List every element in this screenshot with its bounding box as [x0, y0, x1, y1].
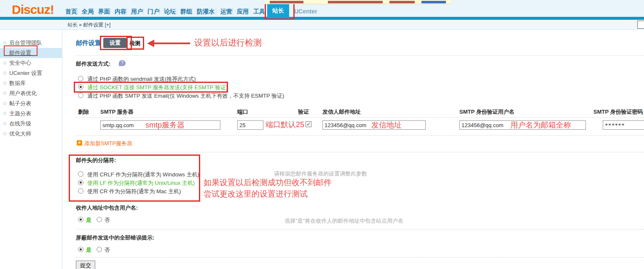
divider: [76, 257, 644, 258]
radio-include-username-no-label[interactable]: 否: [105, 216, 110, 224]
main-content: 邮件设置 设置 检测 设置以后进行检测 邮件发送方式: ? 通过 PHP 函数的…: [63, 30, 644, 269]
discuz-admin-window: Discuz! Control Panel 首页 全局 界面 内容 用户 门户 …: [0, 0, 644, 269]
nav-item-tools[interactable]: 工具: [253, 6, 265, 17]
col-header-password: SMTP 身份验证密码: [593, 108, 643, 116]
col-header-username: SMTP 身份验证用户名: [459, 108, 515, 116]
annotation-username-note: 用户名为邮箱全称: [510, 120, 571, 130]
clipped-browser-notice: [265, 0, 451, 4]
bullet-icon: [3, 122, 6, 125]
radio-include-username-no[interactable]: [97, 217, 102, 222]
bullet-icon: [3, 82, 6, 85]
smtp-port-input[interactable]: [237, 120, 263, 130]
nav-item-users[interactable]: 用户: [131, 6, 143, 17]
page-title: 邮件设置: [76, 39, 101, 47]
sidebar-item-ucenter-settings[interactable]: UCenter 设置: [0, 68, 62, 78]
nav-item-antispam[interactable]: 防灌水: [197, 6, 215, 17]
annotation-box-mail-settings: [4, 45, 38, 56]
nav-item-content[interactable]: 内容: [115, 6, 126, 17]
radio-suppress-errors-no[interactable]: [97, 247, 102, 252]
col-header-auth: 验证: [298, 108, 309, 116]
nav-item-portal[interactable]: 门户: [148, 6, 159, 17]
bullet-icon: [3, 92, 6, 95]
notice-fragment: [270, 1, 303, 3]
col-header-from: 发信人邮件地址: [322, 108, 361, 116]
annotation-delimiter-note-1: 如果设置以后检测成功但收不到邮件: [204, 177, 332, 188]
nav-item-forum[interactable]: 论坛: [164, 6, 176, 17]
divider: [76, 229, 644, 229]
discuz-logo: Discuz!: [12, 3, 54, 17]
add-icon[interactable]: +: [77, 140, 82, 146]
annotation-port-note: 端口默认25: [266, 120, 304, 130]
radio-php-smtp-label[interactable]: 通过 PHP 函数 SMTP 发送 Email(仅 Windows 主机下有效，…: [87, 92, 284, 100]
nav-item-operation[interactable]: 运营: [220, 6, 232, 17]
radio-sendmail[interactable]: [78, 76, 83, 81]
annotation-box-delimiter: [69, 154, 200, 202]
mini-input[interactable]: [637, 21, 644, 29]
notice-link-fragment[interactable]: [421, 1, 446, 3]
sidebar-item-user-table-optimize[interactable]: 用户表优化: [0, 88, 62, 99]
delimiter-hint: 请根据您邮件服务器的设置调整此参数: [274, 170, 367, 178]
nav-item-interface[interactable]: 界面: [98, 6, 110, 17]
bullet-icon: [3, 72, 6, 75]
bullet-icon: [3, 132, 6, 135]
suppress-errors-label: 屏蔽邮件发送中的全部错误提示:: [76, 234, 154, 242]
notice-fragment: [389, 1, 415, 3]
divider: [76, 152, 644, 152]
annotation-delimiter-note-2: 尝试更改这里的设置进行测试: [204, 189, 308, 200]
annotation-box-test-tab: [126, 37, 144, 50]
radio-suppress-errors-no-label[interactable]: 否: [105, 246, 110, 254]
sidebar-item-optimize-master[interactable]: 优化大师: [0, 129, 62, 139]
radio-include-username-yes-label[interactable]: 是: [86, 216, 91, 224]
nav-item-apps[interactable]: 应用: [237, 6, 249, 17]
radio-suppress-errors-yes[interactable]: [78, 247, 83, 252]
header-accent-bar: [0, 17, 644, 20]
annotation-from-note: 发信地址: [371, 120, 402, 130]
bullet-icon: [3, 41, 6, 44]
sidebar-item-online-upgrade[interactable]: 在线升级: [0, 119, 62, 129]
col-header-port: 端口: [237, 108, 248, 116]
nav-item-groups[interactable]: 群组: [180, 6, 192, 17]
sidebar-item-security-center[interactable]: 安全中心: [0, 58, 62, 68]
col-header-server: SMTP 服务器: [100, 108, 134, 116]
smtp-auth-checkbox[interactable]: [306, 121, 311, 127]
radio-php-smtp[interactable]: [78, 93, 83, 98]
sidebar: 后台管理团队 邮件设置 安全中心 UCenter 设置 数据库 用户表优化 帖子…: [0, 30, 62, 269]
annotation-tab-note: 设置以后进行检测: [194, 37, 262, 48]
nav-item-global[interactable]: 全局: [82, 6, 94, 17]
sidebar-item-thread-split[interactable]: 主题分表: [0, 109, 62, 119]
annotation-server-note: smtp服务器: [145, 120, 185, 130]
add-smtp-server-link[interactable]: 添加新SMTP服务器: [84, 140, 132, 147]
table-header-divider: [76, 117, 644, 118]
annotation-arrow-shaft: [154, 43, 190, 44]
help-icon[interactable]: ?: [119, 60, 126, 66]
breadcrumb: 站长 » 邮件设置 [+]: [67, 21, 110, 29]
annotation-arrow-icon: [147, 40, 154, 47]
smtp-password-input[interactable]: [603, 120, 644, 130]
bullet-icon: [3, 61, 6, 64]
send-method-label: 邮件发送方式:: [76, 60, 110, 68]
header: Discuz! Control Panel 首页 全局 界面 内容 用户 门户 …: [0, 0, 644, 20]
annotation-box-socket-option: [74, 82, 228, 93]
bullet-icon: [3, 112, 6, 115]
radio-suppress-errors-yes-label[interactable]: 是: [86, 246, 91, 254]
include-username-label: 收件人地址中包含用户名:: [76, 204, 138, 212]
include-username-hint: 选择"是"将在收件人的邮件地址中包含站点用户名: [284, 217, 403, 225]
sidebar-item-database[interactable]: 数据库: [0, 78, 62, 88]
notice-fragment: [328, 1, 383, 3]
breadcrumb-bar: 站长 » 邮件设置 [+]: [0, 20, 644, 30]
radio-include-username-yes[interactable]: [78, 217, 83, 222]
bullet-icon: [3, 102, 6, 105]
table-row-divider: [76, 135, 644, 136]
nav-item-home[interactable]: 首页: [65, 6, 77, 17]
sidebar-item-post-split[interactable]: 帖子分表: [0, 99, 62, 109]
nav-item-ucenter[interactable]: UCenter: [294, 6, 317, 17]
divider: [76, 55, 644, 56]
submit-button[interactable]: 提交: [76, 261, 95, 269]
col-header-delete: 删除: [78, 108, 89, 116]
